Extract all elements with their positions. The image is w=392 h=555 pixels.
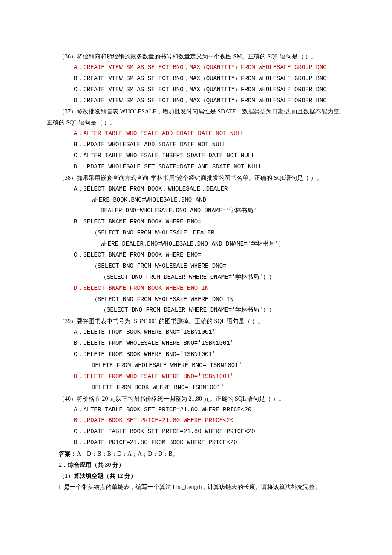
q38-option-c: C．SELECT BNAME FROM BOOK WHERE BNO= <box>47 250 345 261</box>
q40-option-d: D．UPDATE PRICE=21.80 FROM BOOK WHERE PRI… <box>47 437 345 448</box>
q38-option-d: D．SELECT BNAME FROM BOOK WHERE BNO IN <box>47 283 345 294</box>
document-page: （36）将经销商和所经销的最多数量的书号和数量定义为一个视图 SM。正确的 SQ… <box>0 0 392 555</box>
q37-stem: （37）修改批发销售表 WHOLESALE，增加批发时间属性是 SDATE，数据… <box>47 106 345 128</box>
answers-line: 答案：A；D；B；B；D；A；A；D；D；B。 <box>47 448 345 460</box>
q38-option-b-line2: （SELECT BNO FROM WHOLESALE，DEALER <box>47 228 345 239</box>
q36-option-d: D．CREATE VIEW SM AS SELECT BNO，MAX（QUANT… <box>47 95 345 107</box>
q39-stem: （39）要将图书表中书号为 ISBN1001 的图书删掉。正确的 SQL 语句是… <box>47 316 345 327</box>
q38-option-a-line2: WHERE BOOK.BNO=WHOLESALE.BNO AND <box>47 195 345 206</box>
q38-option-a: A．SELECT BNAME FROM BOOK，WHOLESALE，DEALE… <box>47 184 345 195</box>
q37-option-d: D．UPDATE WHOLESALE SET SDATE=DATE AND SD… <box>47 162 345 173</box>
q38-option-d-line3: （SELECT DNO FROM DEALER WHERE DNAME='学林书… <box>47 305 345 316</box>
q36-option-b: B．CREATE VIEW SM AS SELECT BNO，MAX（QUANT… <box>47 73 345 84</box>
q36-option-c: C．CREATE VIEW SM AS SELECT BNO，MAX（QUANT… <box>47 84 345 95</box>
q38-option-c-line3: （SELECT DNO FROM DEALER WHERE DNAME='学林书… <box>47 272 345 283</box>
q38-option-c-line2: （SELECT BNO FROM WHOLESALE WHERE DNO= <box>47 261 345 272</box>
q40-option-b: B．UPDATE BOOK SET PRICE=21.80 WHERE PRIC… <box>47 415 345 426</box>
q38-option-d-line2: （SELECT BNO FROM WHOLESALE WHERE DNO IN <box>47 294 345 305</box>
q40-option-c: C．UPDATE TABLE BOOK SET PRICE=21.80 WHER… <box>47 426 345 437</box>
q39-option-c-line2: DELETE FROM WHOLESALE WHERE BNO='ISBN100… <box>47 360 345 371</box>
q39-option-c: C．DELETE FROM BOOK WHERE BNO='ISBN1001' <box>47 349 345 360</box>
q39-option-d-line2: DELETE FROM BOOK WHERE BNO='ISBN1001' <box>47 382 345 393</box>
q37-option-b: B．UPDATE WHOLESALE ADD SDATE DATE NOT NU… <box>47 139 345 150</box>
q38-option-a-line3: DEALER.DNO=WHOLESALE.DNO AND DNAME='学林书局… <box>47 205 345 217</box>
q39-option-b: B．DELETE FROM WHOLESALE WHERE BNO='ISBN1… <box>47 338 345 349</box>
q37-option-c: C．ALTER TABLE WHOLESALE INSERT SDATE DAT… <box>47 150 345 162</box>
q40-option-a: A．ALTER TABLE BOOK SET PRICE=21.80 WHERE… <box>47 405 345 416</box>
q38-option-b: B．SELECT BNAME FROM BOOK WHERE BNO= <box>47 217 345 228</box>
q39-option-a: A．DELETE FROM BOOK WHERE BNO='ISBN1001' <box>47 327 345 338</box>
section-2-title: 2．综合应用（共 30 分） <box>47 460 345 471</box>
answers-text: A；D；B；B；D；A；A；D；D；B。 <box>77 451 179 457</box>
q38-option-b-line3: WHERE DEALER.DNO=WHOLESALE.DNO AND DNAME… <box>47 239 345 250</box>
q39-option-d: D．DELETE FROM WHOLESALE WHERE BNO='ISBN1… <box>47 371 345 382</box>
q38-stem: （38）如果采用嵌套查询方式查询"学林书局"这个经销商批发的图书名单。正确的 S… <box>47 173 345 184</box>
section-2-paragraph: L 是一个带头结点的单链表，编写一个算法 List_Length，计算该链表的长… <box>47 482 345 493</box>
answers-label: 答案： <box>59 451 77 457</box>
q36-option-a: A．CREATE VIEW SM AS SELECT BNO，MAX（QUANT… <box>47 62 345 73</box>
q37-option-a: A．ALTER TABLE WHOLESALE ADD SDATE DATE N… <box>47 128 345 139</box>
q40-stem: （40）将价格在 20 元以下的图书价格统一调整为 21.80 元。正确的 SQ… <box>47 393 345 405</box>
q36-stem: （36）将经销商和所经销的最多数量的书号和数量定义为一个视图 SM。正确的 SQ… <box>47 51 345 62</box>
section-2-sub1-title: （1）算法填空题（共 12 分） <box>47 471 345 482</box>
